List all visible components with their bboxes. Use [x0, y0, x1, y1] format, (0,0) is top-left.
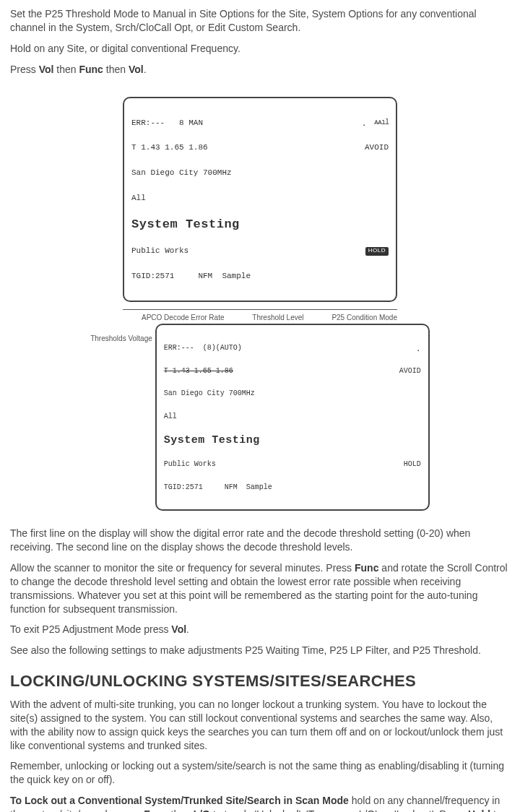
- para: To exit P25 Adjustment Mode press Vol.: [10, 623, 510, 636]
- para: With the advent of multi-site trunking, …: [10, 698, 510, 753]
- para: Remember, unlocking or locking out a sys…: [10, 759, 510, 787]
- hold-badge: HOLD: [365, 247, 389, 256]
- para: See also the following settings to make …: [10, 644, 510, 657]
- annotation-row: APCO Decode Error Rate Threshold Level P…: [108, 313, 412, 323]
- figure-divider: [123, 309, 397, 310]
- figure-p25-displays: ERR:--- 8 MAN⡀ ᴀᴀıl T 1.43 1.65 1.86AVOI…: [10, 97, 510, 511]
- heading-locking-unlocking: LOCKING/UNLOCKING SYSTEMS/SITES/SEARCHES: [10, 670, 510, 692]
- para: Allow the scanner to monitor the site or…: [10, 561, 510, 616]
- lcd-screen-2: ERR:--- (8)(AUTO)⡀ T 1.43 1.65 1.86AVOID…: [155, 324, 430, 511]
- para: To Lock out a Conventional System/Trunke…: [10, 794, 510, 812]
- hold-badge: HOLD: [404, 461, 421, 469]
- annotation-thresholds-voltage: Thresholds Voltage: [90, 324, 155, 344]
- para: Press Vol then Func then Vol.: [10, 63, 510, 77]
- para: Hold on any Site, or digital conventiona…: [10, 42, 510, 56]
- para: Set the P25 Threshold Mode to Manual in …: [10, 7, 510, 35]
- lcd-screen-1: ERR:--- 8 MAN⡀ ᴀᴀıl T 1.43 1.65 1.86AVOI…: [123, 97, 397, 302]
- para: The first line on the display will show …: [10, 527, 510, 554]
